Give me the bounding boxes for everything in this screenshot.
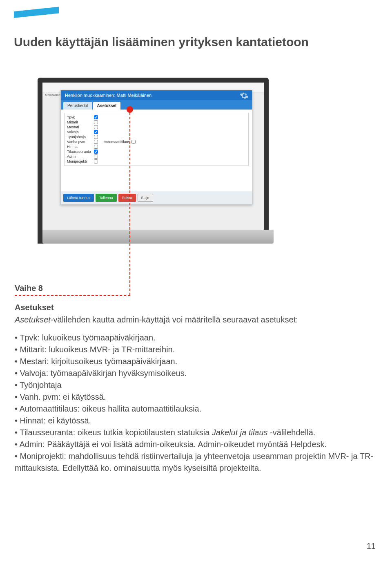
list-item: Mestari: kirjoitusoikeus työmaapäiväkirj… xyxy=(15,356,374,367)
setting-checkbox[interactable] xyxy=(94,130,98,134)
tab-asetukset[interactable]: Asetukset xyxy=(93,102,121,110)
modal-title: Henkilön muokkaaminen: Matti Meikäläinen xyxy=(65,93,151,98)
setting-label: Valvoja xyxy=(67,130,94,134)
modal-tabs: Perustiedot Asetukset xyxy=(61,100,252,110)
setting-row: Työnjohtaja xyxy=(67,134,246,139)
callout-dot xyxy=(127,106,133,113)
list-item: Hinnat: ei käytössä. xyxy=(15,415,374,427)
step-section: Vaihe 8 Asetukset Asetukset-välilehden k… xyxy=(15,284,374,474)
setting-label: Työnjohtaja xyxy=(67,135,94,139)
setting-row: Tilausseuranta xyxy=(67,149,246,154)
monitor-frame: Meikäläinen, Matti Henkilön muokkaaminen… xyxy=(38,78,269,244)
setting-extra-label: Automaattitilaus xyxy=(104,140,130,144)
modal-body: TpvkMittaritMestariValvojaTyönjohtajaVan… xyxy=(61,110,252,191)
monitor-screen: Meikäläinen, Matti Henkilön muokkaaminen… xyxy=(42,83,264,230)
setting-label: Moniprojekti xyxy=(67,159,94,163)
setting-label: Admin xyxy=(67,154,94,159)
monitor-chin xyxy=(42,230,274,244)
setting-row: Mestari xyxy=(67,125,246,130)
step-intro: Asetukset-välilehden kautta admin-käyttä… xyxy=(15,314,374,325)
setting-checkbox[interactable] xyxy=(94,145,98,149)
setting-checkbox[interactable] xyxy=(94,159,98,163)
setting-row: Vanha pvmAutomaattitilaus xyxy=(67,139,246,144)
accent-bar xyxy=(14,7,59,18)
setting-label: Vanha pvm xyxy=(67,140,94,144)
setting-label: Tilausseuranta xyxy=(67,150,94,154)
setting-checkbox[interactable] xyxy=(94,135,98,139)
setting-extra-checkbox[interactable] xyxy=(131,140,136,144)
list-item: Tpvk: lukuoikeus työmaapäiväkirjaan. xyxy=(15,332,374,344)
setting-label: Hinnat xyxy=(67,145,94,149)
list-item: Admin: Pääkäyttäjä ei voi lisätä admin-o… xyxy=(15,439,374,450)
setting-label: Tpvk xyxy=(67,115,94,119)
setting-row: Moniprojekti xyxy=(67,159,246,164)
step-name: Vaihe 8 xyxy=(15,284,374,293)
list-item: Vanh. pvm: ei käytössä. xyxy=(15,391,374,403)
bullet-list: Tpvk: lukuoikeus työmaapäiväkirjaan.Mitt… xyxy=(15,332,374,474)
list-item: Valvoja: työmaapäiväkirjan hyväksymisoik… xyxy=(15,367,374,379)
setting-checkbox[interactable] xyxy=(94,125,98,129)
setting-checkbox[interactable] xyxy=(94,150,98,154)
list-item: Työnjohtaja xyxy=(15,379,374,391)
setting-checkbox[interactable] xyxy=(94,154,98,159)
list-item: Mittarit: lukuoikeus MVR- ja TR-mittarei… xyxy=(15,344,374,356)
tab-perustiedot[interactable]: Perustiedot xyxy=(63,102,92,110)
edit-person-modal: Henkilön muokkaaminen: Matti Meikäläinen… xyxy=(60,90,252,205)
setting-row: Tpvk xyxy=(67,115,246,120)
setting-label: Mittarit xyxy=(67,120,94,124)
setting-checkbox[interactable] xyxy=(94,140,98,144)
save-button[interactable]: Tallenna xyxy=(96,194,117,202)
setting-row: Valvoja xyxy=(67,130,246,134)
send-credentials-button[interactable]: Lähetä tunnus xyxy=(63,194,94,202)
delete-button[interactable]: Poista xyxy=(118,194,136,202)
step-intro-rest: -välilehden kautta admin-käyttäjä voi mä… xyxy=(51,315,298,324)
gear-icon xyxy=(240,91,249,101)
setting-row: Mittarit xyxy=(67,120,246,125)
close-button[interactable]: Sulje xyxy=(138,194,153,202)
list-item: Tilausseuranta: oikeus tutkia kopiotilau… xyxy=(15,427,374,439)
step-intro-italic: Asetukset xyxy=(15,315,51,324)
step-heading: Asetukset xyxy=(15,303,374,312)
page-title: Uuden käyttäjän lisääminen yrityksen kan… xyxy=(14,35,309,49)
setting-row: Admin xyxy=(67,154,246,159)
setting-row: Hinnat xyxy=(67,144,246,149)
setting-checkbox[interactable] xyxy=(94,115,98,119)
modal-header: Henkilön muokkaaminen: Matti Meikäläinen xyxy=(61,90,252,100)
list-item: Moniprojekti: mahdollisuus tehdä ristiin… xyxy=(15,450,374,474)
page-number: 11 xyxy=(367,542,376,551)
callout-line-vertical xyxy=(129,113,130,295)
list-item: Automaattitilaus: oikeus hallita automaa… xyxy=(15,403,374,415)
setting-checkbox[interactable] xyxy=(94,120,98,124)
modal-footer: Lähetä tunnus Tallenna Poista Sulje xyxy=(61,191,252,204)
settings-box: TpvkMittaritMestariValvojaTyönjohtajaVan… xyxy=(64,113,249,166)
callout-line-horizontal xyxy=(15,295,130,296)
setting-label: Mestari xyxy=(67,125,94,129)
